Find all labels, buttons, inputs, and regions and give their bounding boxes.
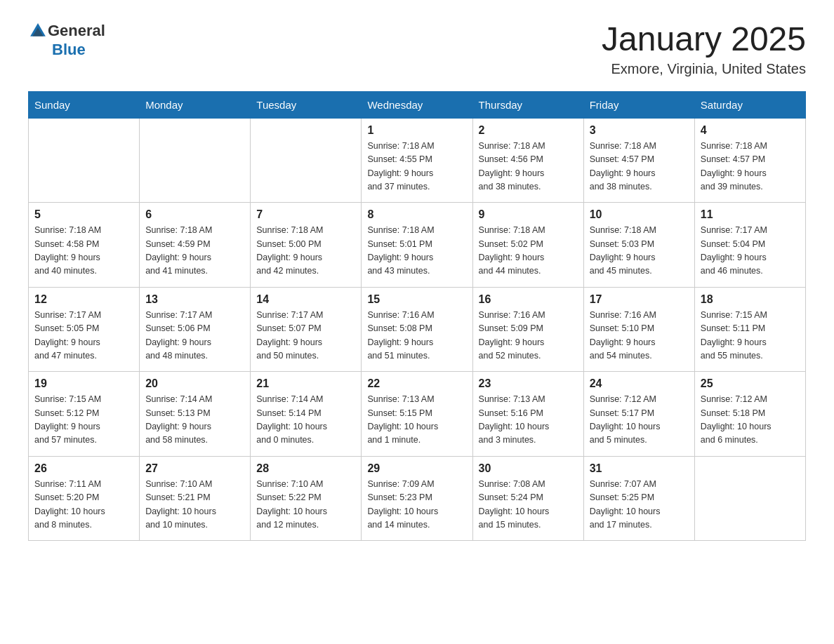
day-number: 18 — [701, 293, 800, 306]
day-info: Sunrise: 7:18 AM Sunset: 4:58 PM Dayligh… — [34, 224, 133, 279]
day-cell: 10Sunrise: 7:18 AM Sunset: 5:03 PM Dayli… — [583, 203, 694, 288]
day-info: Sunrise: 7:15 AM Sunset: 5:11 PM Dayligh… — [701, 309, 800, 363]
day-number: 23 — [479, 377, 578, 390]
page-subtitle: Exmore, Virginia, United States — [602, 61, 806, 77]
day-info: Sunrise: 7:18 AM Sunset: 4:56 PM Dayligh… — [479, 140, 578, 194]
day-info: Sunrise: 7:13 AM Sunset: 5:16 PM Dayligh… — [479, 393, 578, 448]
calendar-header-row: SundayMondayTuesdayWednesdayThursdayFrid… — [29, 91, 806, 118]
day-info: Sunrise: 7:17 AM Sunset: 5:07 PM Dayligh… — [256, 309, 355, 363]
day-info: Sunrise: 7:17 AM Sunset: 5:05 PM Dayligh… — [34, 309, 133, 363]
day-number: 27 — [145, 462, 244, 475]
day-cell: 14Sunrise: 7:17 AM Sunset: 5:07 PM Dayli… — [251, 287, 362, 372]
day-info: Sunrise: 7:10 AM Sunset: 5:22 PM Dayligh… — [256, 478, 355, 532]
day-number: 8 — [367, 208, 466, 221]
day-number: 4 — [701, 124, 800, 137]
week-row-1: 1Sunrise: 7:18 AM Sunset: 4:55 PM Daylig… — [29, 118, 806, 203]
day-cell — [694, 456, 805, 541]
day-number: 16 — [479, 293, 578, 306]
day-info: Sunrise: 7:18 AM Sunset: 4:59 PM Dayligh… — [145, 224, 244, 279]
day-cell: 9Sunrise: 7:18 AM Sunset: 5:02 PM Daylig… — [472, 203, 583, 288]
day-info: Sunrise: 7:18 AM Sunset: 4:55 PM Dayligh… — [367, 140, 466, 194]
day-info: Sunrise: 7:18 AM Sunset: 4:57 PM Dayligh… — [701, 140, 800, 194]
day-cell: 17Sunrise: 7:16 AM Sunset: 5:10 PM Dayli… — [583, 287, 694, 372]
day-number: 13 — [145, 293, 244, 306]
day-info: Sunrise: 7:12 AM Sunset: 5:18 PM Dayligh… — [701, 393, 800, 448]
day-cell: 6Sunrise: 7:18 AM Sunset: 4:59 PM Daylig… — [140, 203, 251, 288]
col-header-wednesday: Wednesday — [362, 91, 472, 118]
day-cell: 16Sunrise: 7:16 AM Sunset: 5:09 PM Dayli… — [472, 287, 583, 372]
day-info: Sunrise: 7:18 AM Sunset: 5:01 PM Dayligh… — [367, 224, 466, 279]
day-cell: 12Sunrise: 7:17 AM Sunset: 5:05 PM Dayli… — [29, 287, 140, 372]
day-cell: 2Sunrise: 7:18 AM Sunset: 4:56 PM Daylig… — [472, 118, 583, 203]
day-number: 31 — [590, 462, 689, 475]
day-info: Sunrise: 7:16 AM Sunset: 5:08 PM Dayligh… — [367, 309, 466, 363]
logo-general: General — [48, 22, 105, 40]
day-cell: 4Sunrise: 7:18 AM Sunset: 4:57 PM Daylig… — [694, 118, 805, 203]
week-row-4: 19Sunrise: 7:15 AM Sunset: 5:12 PM Dayli… — [29, 372, 806, 457]
week-row-2: 5Sunrise: 7:18 AM Sunset: 4:58 PM Daylig… — [29, 203, 806, 288]
day-number: 1 — [367, 124, 466, 137]
page-title: January 2025 — [602, 21, 806, 58]
col-header-friday: Friday — [583, 91, 694, 118]
logo-blue: Blue — [52, 41, 86, 59]
col-header-saturday: Saturday — [694, 91, 805, 118]
day-cell — [29, 118, 140, 203]
week-row-3: 12Sunrise: 7:17 AM Sunset: 5:05 PM Dayli… — [29, 287, 806, 372]
day-info: Sunrise: 7:16 AM Sunset: 5:09 PM Dayligh… — [479, 309, 578, 363]
day-cell — [251, 118, 362, 203]
day-cell: 8Sunrise: 7:18 AM Sunset: 5:01 PM Daylig… — [362, 203, 472, 288]
day-cell: 21Sunrise: 7:14 AM Sunset: 5:14 PM Dayli… — [251, 372, 362, 457]
col-header-sunday: Sunday — [29, 91, 140, 118]
day-number: 22 — [367, 377, 466, 390]
day-cell: 22Sunrise: 7:13 AM Sunset: 5:15 PM Dayli… — [362, 372, 472, 457]
day-info: Sunrise: 7:17 AM Sunset: 5:04 PM Dayligh… — [701, 224, 800, 279]
day-cell: 18Sunrise: 7:15 AM Sunset: 5:11 PM Dayli… — [694, 287, 805, 372]
col-header-thursday: Thursday — [472, 91, 583, 118]
day-cell: 11Sunrise: 7:17 AM Sunset: 5:04 PM Dayli… — [694, 203, 805, 288]
day-cell: 7Sunrise: 7:18 AM Sunset: 5:00 PM Daylig… — [251, 203, 362, 288]
day-cell — [140, 118, 251, 203]
day-cell: 26Sunrise: 7:11 AM Sunset: 5:20 PM Dayli… — [29, 456, 140, 541]
day-info: Sunrise: 7:13 AM Sunset: 5:15 PM Dayligh… — [367, 393, 466, 448]
calendar-table: SundayMondayTuesdayWednesdayThursdayFrid… — [28, 91, 806, 542]
day-number: 6 — [145, 208, 244, 221]
day-number: 11 — [701, 208, 800, 221]
day-cell: 28Sunrise: 7:10 AM Sunset: 5:22 PM Dayli… — [251, 456, 362, 541]
day-info: Sunrise: 7:14 AM Sunset: 5:14 PM Dayligh… — [256, 393, 355, 448]
day-number: 28 — [256, 462, 355, 475]
day-number: 30 — [479, 462, 578, 475]
day-cell: 29Sunrise: 7:09 AM Sunset: 5:23 PM Dayli… — [362, 456, 472, 541]
day-number: 29 — [367, 462, 466, 475]
day-info: Sunrise: 7:08 AM Sunset: 5:24 PM Dayligh… — [479, 478, 578, 532]
day-number: 25 — [701, 377, 800, 390]
logo: General Blue — [28, 21, 105, 59]
day-cell: 1Sunrise: 7:18 AM Sunset: 4:55 PM Daylig… — [362, 118, 472, 203]
day-cell: 20Sunrise: 7:14 AM Sunset: 5:13 PM Dayli… — [140, 372, 251, 457]
day-info: Sunrise: 7:10 AM Sunset: 5:21 PM Dayligh… — [145, 478, 244, 532]
week-row-5: 26Sunrise: 7:11 AM Sunset: 5:20 PM Dayli… — [29, 456, 806, 541]
day-number: 10 — [590, 208, 689, 221]
day-number: 21 — [256, 377, 355, 390]
day-number: 9 — [479, 208, 578, 221]
day-number: 20 — [145, 377, 244, 390]
day-number: 5 — [34, 208, 133, 221]
day-number: 19 — [34, 377, 133, 390]
day-number: 26 — [34, 462, 133, 475]
day-info: Sunrise: 7:16 AM Sunset: 5:10 PM Dayligh… — [590, 309, 689, 363]
title-block: January 2025 Exmore, Virginia, United St… — [602, 21, 806, 77]
day-cell: 31Sunrise: 7:07 AM Sunset: 5:25 PM Dayli… — [583, 456, 694, 541]
day-cell: 25Sunrise: 7:12 AM Sunset: 5:18 PM Dayli… — [694, 372, 805, 457]
day-info: Sunrise: 7:07 AM Sunset: 5:25 PM Dayligh… — [590, 478, 689, 532]
col-header-monday: Monday — [140, 91, 251, 118]
day-number: 24 — [590, 377, 689, 390]
page-header: General Blue January 2025 Exmore, Virgin… — [28, 21, 806, 77]
day-cell: 23Sunrise: 7:13 AM Sunset: 5:16 PM Dayli… — [472, 372, 583, 457]
col-header-tuesday: Tuesday — [251, 91, 362, 118]
day-info: Sunrise: 7:15 AM Sunset: 5:12 PM Dayligh… — [34, 393, 133, 448]
day-cell: 3Sunrise: 7:18 AM Sunset: 4:57 PM Daylig… — [583, 118, 694, 203]
day-info: Sunrise: 7:18 AM Sunset: 4:57 PM Dayligh… — [590, 140, 689, 194]
day-info: Sunrise: 7:18 AM Sunset: 5:00 PM Dayligh… — [256, 224, 355, 279]
day-info: Sunrise: 7:18 AM Sunset: 5:03 PM Dayligh… — [590, 224, 689, 279]
day-cell: 24Sunrise: 7:12 AM Sunset: 5:17 PM Dayli… — [583, 372, 694, 457]
logo-icon — [28, 21, 48, 41]
